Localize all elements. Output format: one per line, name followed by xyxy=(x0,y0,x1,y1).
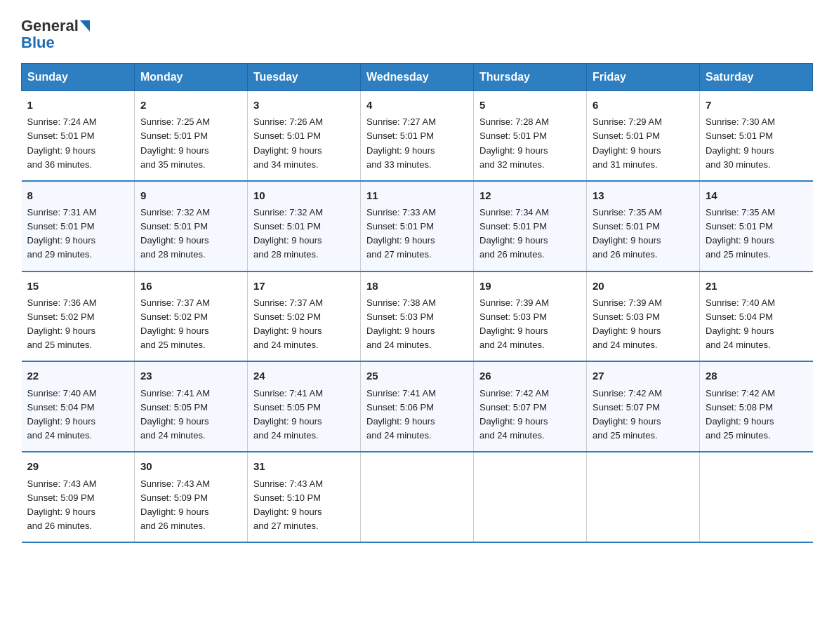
calendar-cell: 18 Sunrise: 7:38 AM Sunset: 5:03 PM Dayl… xyxy=(361,271,474,362)
daylight-minutes-text: and 25 minutes. xyxy=(706,430,771,441)
daylight-text: Daylight: 9 hours xyxy=(366,235,435,246)
daylight-text: Daylight: 9 hours xyxy=(593,416,661,427)
day-number: 5 xyxy=(479,97,581,113)
daylight-text: Daylight: 9 hours xyxy=(27,235,96,246)
daylight-minutes-text: and 24 minutes. xyxy=(27,430,93,441)
day-number: 1 xyxy=(27,97,129,113)
calendar-cell: 11 Sunrise: 7:33 AM Sunset: 5:01 PM Dayl… xyxy=(361,181,474,271)
daylight-minutes-text: and 24 minutes. xyxy=(253,340,319,350)
sunrise-text: Sunrise: 7:42 AM xyxy=(479,388,549,398)
sunset-text: Sunset: 5:02 PM xyxy=(140,311,208,322)
day-number: 29 xyxy=(27,458,129,474)
daylight-text: Daylight: 9 hours xyxy=(479,416,548,427)
calendar-cell: 14 Sunrise: 7:35 AM Sunset: 5:01 PM Dayl… xyxy=(700,181,813,271)
daylight-minutes-text: and 27 minutes. xyxy=(253,521,319,531)
sunrise-text: Sunrise: 7:37 AM xyxy=(253,297,323,308)
sunset-text: Sunset: 5:01 PM xyxy=(27,221,95,232)
calendar-week-row: 1 Sunrise: 7:24 AM Sunset: 5:01 PM Dayli… xyxy=(22,91,813,181)
calendar-cell: 21 Sunrise: 7:40 AM Sunset: 5:04 PM Dayl… xyxy=(700,271,813,362)
calendar-cell: 19 Sunrise: 7:39 AM Sunset: 5:03 PM Dayl… xyxy=(474,271,587,362)
sunrise-text: Sunrise: 7:39 AM xyxy=(593,297,662,308)
sunset-text: Sunset: 5:10 PM xyxy=(253,492,321,503)
sunset-text: Sunset: 5:01 PM xyxy=(593,221,660,232)
sunrise-text: Sunrise: 7:25 AM xyxy=(140,116,210,127)
sunrise-text: Sunrise: 7:43 AM xyxy=(140,478,210,489)
day-number: 27 xyxy=(593,368,694,384)
header-friday: Friday xyxy=(587,64,700,91)
daylight-text: Daylight: 9 hours xyxy=(366,145,435,156)
sunset-text: Sunset: 5:05 PM xyxy=(140,402,208,412)
daylight-text: Daylight: 9 hours xyxy=(479,145,548,156)
day-number: 17 xyxy=(253,278,355,294)
calendar-cell xyxy=(587,452,700,542)
sunrise-text: Sunrise: 7:35 AM xyxy=(706,207,775,217)
daylight-minutes-text: and 28 minutes. xyxy=(140,249,206,260)
day-number: 26 xyxy=(479,368,581,384)
sunset-text: Sunset: 5:01 PM xyxy=(593,130,660,141)
day-number: 30 xyxy=(140,458,241,474)
day-number: 11 xyxy=(366,187,468,203)
daylight-minutes-text: and 26 minutes. xyxy=(593,249,658,260)
day-number: 19 xyxy=(479,278,581,294)
sunrise-text: Sunrise: 7:43 AM xyxy=(253,478,323,489)
calendar-cell: 25 Sunrise: 7:41 AM Sunset: 5:06 PM Dayl… xyxy=(361,361,474,452)
calendar-cell: 1 Sunrise: 7:24 AM Sunset: 5:01 PM Dayli… xyxy=(22,91,135,181)
daylight-minutes-text: and 25 minutes. xyxy=(593,430,658,441)
day-number: 7 xyxy=(706,97,807,113)
sunset-text: Sunset: 5:01 PM xyxy=(253,221,321,232)
daylight-minutes-text: and 36 minutes. xyxy=(27,159,93,170)
sunrise-text: Sunrise: 7:27 AM xyxy=(366,116,436,127)
calendar-cell: 4 Sunrise: 7:27 AM Sunset: 5:01 PM Dayli… xyxy=(361,91,474,181)
daylight-text: Daylight: 9 hours xyxy=(253,416,322,427)
logo-general: General xyxy=(21,18,79,34)
sunrise-text: Sunrise: 7:37 AM xyxy=(140,297,210,308)
day-number: 10 xyxy=(253,187,355,203)
logo-blue: Blue xyxy=(21,34,55,51)
daylight-minutes-text: and 24 minutes. xyxy=(593,340,658,350)
header-saturday: Saturday xyxy=(700,64,813,91)
daylight-minutes-text: and 24 minutes. xyxy=(479,430,545,441)
calendar-cell xyxy=(700,452,813,542)
sunrise-text: Sunrise: 7:29 AM xyxy=(593,116,662,127)
sunrise-text: Sunrise: 7:39 AM xyxy=(479,297,549,308)
daylight-text: Daylight: 9 hours xyxy=(593,326,661,336)
day-number: 21 xyxy=(706,278,807,294)
sunset-text: Sunset: 5:09 PM xyxy=(140,492,208,503)
sunset-text: Sunset: 5:02 PM xyxy=(253,311,321,322)
calendar-cell: 13 Sunrise: 7:35 AM Sunset: 5:01 PM Dayl… xyxy=(587,181,700,271)
sunrise-text: Sunrise: 7:38 AM xyxy=(366,297,436,308)
sunrise-text: Sunrise: 7:31 AM xyxy=(27,207,97,217)
logo: General Blue xyxy=(21,18,90,52)
daylight-minutes-text: and 24 minutes. xyxy=(706,340,771,350)
sunset-text: Sunset: 5:02 PM xyxy=(27,311,95,322)
calendar-cell: 8 Sunrise: 7:31 AM Sunset: 5:01 PM Dayli… xyxy=(22,181,135,271)
header-monday: Monday xyxy=(135,64,248,91)
day-number: 13 xyxy=(593,187,694,203)
daylight-text: Daylight: 9 hours xyxy=(706,416,774,427)
daylight-text: Daylight: 9 hours xyxy=(366,326,435,336)
calendar-cell: 28 Sunrise: 7:42 AM Sunset: 5:08 PM Dayl… xyxy=(700,361,813,452)
daylight-minutes-text: and 26 minutes. xyxy=(140,521,206,531)
daylight-text: Daylight: 9 hours xyxy=(253,145,322,156)
header-sunday: Sunday xyxy=(22,64,135,91)
day-number: 28 xyxy=(706,368,807,384)
day-number: 24 xyxy=(253,368,355,384)
header-wednesday: Wednesday xyxy=(361,64,474,91)
daylight-minutes-text: and 31 minutes. xyxy=(593,159,658,170)
calendar-cell xyxy=(361,452,474,542)
calendar-week-row: 29 Sunrise: 7:43 AM Sunset: 5:09 PM Dayl… xyxy=(22,452,813,542)
daylight-text: Daylight: 9 hours xyxy=(253,507,322,517)
sunrise-text: Sunrise: 7:24 AM xyxy=(27,116,97,127)
header-thursday: Thursday xyxy=(474,64,587,91)
calendar-table: SundayMondayTuesdayWednesdayThursdayFrid… xyxy=(21,63,813,543)
daylight-minutes-text: and 30 minutes. xyxy=(706,159,771,170)
daylight-minutes-text: and 26 minutes. xyxy=(479,249,545,260)
sunrise-text: Sunrise: 7:41 AM xyxy=(140,388,210,398)
daylight-minutes-text: and 35 minutes. xyxy=(140,159,206,170)
day-number: 9 xyxy=(140,187,241,203)
daylight-text: Daylight: 9 hours xyxy=(253,235,322,246)
calendar-cell: 31 Sunrise: 7:43 AM Sunset: 5:10 PM Dayl… xyxy=(248,452,361,542)
daylight-minutes-text: and 26 minutes. xyxy=(27,521,93,531)
sunset-text: Sunset: 5:01 PM xyxy=(706,221,773,232)
day-number: 15 xyxy=(27,278,129,294)
